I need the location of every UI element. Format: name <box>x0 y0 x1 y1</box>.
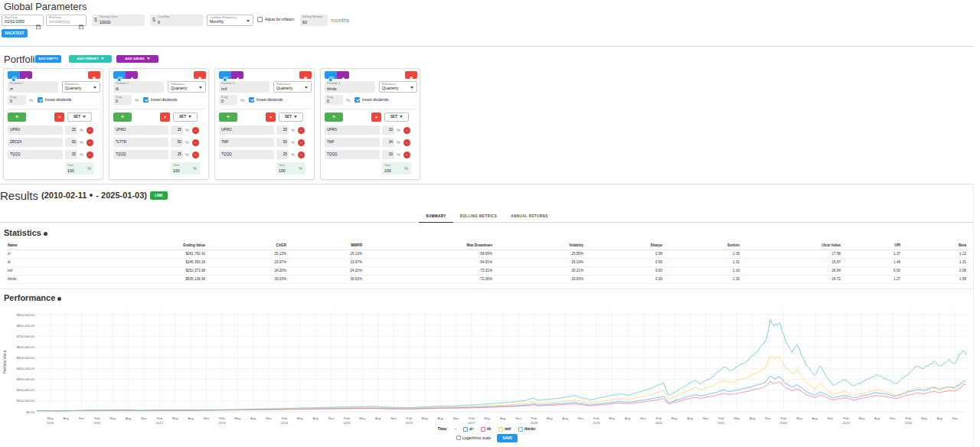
start-date-field[interactable]: Start Date 01/01/1950 <box>2 15 44 26</box>
remove-holding-button[interactable]: − <box>87 152 93 158</box>
set-weights-dropdown[interactable]: SET <box>173 113 198 122</box>
remove-holding-button[interactable]: − <box>298 139 305 146</box>
save-portfolio-button[interactable] <box>337 71 349 79</box>
remove-holding-button[interactable]: − <box>403 139 410 146</box>
delete-portfolio-button[interactable] <box>88 71 100 79</box>
save-button[interactable]: SAVE <box>497 434 518 442</box>
series-toggle-thirds[interactable]: thirds: <box>518 427 536 432</box>
save-portfolio-button[interactable] <box>231 71 243 79</box>
ticker-input[interactable]: UPRO <box>219 126 274 135</box>
drag-field[interactable]: Drag0 <box>8 95 26 105</box>
series-checkbox-thirds[interactable] <box>518 427 523 432</box>
end-date-field[interactable]: End Date mm/dd/yyyy <box>46 15 87 26</box>
ticker-input[interactable]: TMF <box>325 138 380 147</box>
remove-holding-button[interactable]: − <box>298 152 305 158</box>
copy-portfolio-button[interactable] <box>8 71 20 79</box>
remove-holding-button[interactable]: − <box>87 139 93 146</box>
calendar-icon[interactable] <box>36 18 41 23</box>
ticker-input[interactable]: TLTTR <box>113 138 168 147</box>
performance-chart[interactable]: May2010AugNovFeb2011MayAugNovFeb2012MayA… <box>0 0 980 447</box>
save-portfolio-button[interactable] <box>126 71 138 79</box>
add-empty-button[interactable]: ADD EMPTY <box>35 55 61 63</box>
ticker-input[interactable]: ZROZX <box>8 138 63 147</box>
remove-holding-button[interactable]: − <box>403 152 410 158</box>
weight-input[interactable]: 25 <box>276 126 289 135</box>
add-holding-button[interactable]: + <box>219 113 237 122</box>
ticker-input[interactable]: UPRO <box>113 126 168 135</box>
weight-input[interactable]: 25 <box>65 150 77 159</box>
tab-summary[interactable]: SUMMARY <box>419 211 452 223</box>
remove-holding-button[interactable]: − <box>298 127 305 134</box>
set-weights-dropdown[interactable]: SET <box>67 113 92 122</box>
cashflow-frequency-select[interactable]: Cashflow Frequency Monthly <box>207 15 253 26</box>
delete-portfolio-button[interactable] <box>194 71 206 79</box>
delete-portfolio-button[interactable] <box>299 71 312 79</box>
series-checkbox-tmf[interactable] <box>498 427 503 432</box>
tab-annual-returns[interactable]: ANNUAL RETURNS <box>504 211 554 222</box>
copy-portfolio-button[interactable] <box>113 71 126 79</box>
add-holding-button[interactable]: + <box>8 113 26 122</box>
drag-field[interactable]: Drag0 <box>325 95 343 105</box>
ticker-input[interactable]: TQQQ <box>325 150 380 159</box>
remove-holding-button[interactable]: − <box>192 139 199 146</box>
weight-input[interactable]: 25 <box>65 126 77 135</box>
copy-portfolio-button[interactable] <box>219 71 231 79</box>
remove-holding-button[interactable]: − <box>403 127 410 134</box>
log-scale-checkbox[interactable] <box>456 436 461 440</box>
invest-dividends-checkbox[interactable] <box>38 97 43 103</box>
weight-input[interactable]: 34 <box>382 138 394 147</box>
rebalance-select[interactable]: RebalanceQuarterly <box>273 81 312 93</box>
weight-input[interactable]: 25 <box>171 150 183 159</box>
add-holding-button[interactable]: + <box>113 113 132 122</box>
ticker-input[interactable]: UPRO <box>8 126 63 135</box>
weight-input[interactable]: 50 <box>276 138 289 147</box>
cashflow-field[interactable]: $ Cashflow 0 <box>150 15 203 26</box>
rolling-window-field[interactable]: Rolling Window 60 <box>300 15 328 26</box>
ticker-input[interactable]: TQQQ <box>219 150 274 159</box>
portfolio-name-field[interactable]: Portfolio 4thirds <box>325 81 375 93</box>
clear-holdings-button[interactable]: × <box>266 113 276 122</box>
weight-input[interactable]: 50 <box>171 138 183 147</box>
delete-portfolio-button[interactable] <box>405 71 417 79</box>
add-preset-button[interactable]: ADD PRESET <box>69 55 112 63</box>
clear-holdings-button[interactable]: × <box>160 113 170 122</box>
series-toggle-zr[interactable]: zr: <box>463 427 474 432</box>
series-toggle-tmf[interactable]: tmf: <box>498 427 511 432</box>
invest-dividends-checkbox[interactable] <box>143 97 149 103</box>
tab-rolling-metrics[interactable]: ROLLING METRICS <box>453 211 505 222</box>
portfolio-name-field[interactable]: Portfolio 1zr <box>8 81 58 93</box>
info-icon[interactable] <box>90 194 93 197</box>
clear-holdings-button[interactable]: × <box>371 113 381 122</box>
link-button[interactable]: LINK <box>150 191 168 200</box>
portfolio-name-field[interactable]: Portfolio 2tlt <box>113 81 164 93</box>
series-checkbox-tlt[interactable] <box>481 427 485 432</box>
adjust-for-inflation-checkbox[interactable] <box>257 17 263 22</box>
series-toggle-tlt[interactable]: tlt: <box>481 427 492 432</box>
ticker-input[interactable]: TQQQ <box>113 150 168 159</box>
clear-holdings-button[interactable]: × <box>54 113 64 122</box>
calendar-icon[interactable] <box>79 18 83 23</box>
remove-holding-button[interactable]: − <box>192 127 199 134</box>
invest-dividends-checkbox[interactable] <box>354 97 360 103</box>
weight-input[interactable]: 50 <box>65 138 77 147</box>
invest-dividends-checkbox[interactable] <box>249 97 254 103</box>
set-weights-dropdown[interactable]: SET <box>279 113 303 122</box>
copy-portfolio-button[interactable] <box>325 71 337 79</box>
weight-input[interactable]: 25 <box>276 150 289 159</box>
drag-field[interactable]: Drag0 <box>113 95 132 105</box>
starting-value-field[interactable]: $ Starting Value 10000 <box>92 15 145 26</box>
series-checkbox-zr[interactable] <box>463 427 468 432</box>
portfolio-name-field[interactable]: Portfolio 3tmf <box>219 81 270 93</box>
add-holding-button[interactable]: + <box>325 113 343 122</box>
rebalance-select[interactable]: RebalanceQuarterly <box>379 81 417 93</box>
weight-input[interactable]: 33 <box>382 150 394 159</box>
add-saved-button[interactable]: ADD SAVED <box>116 55 158 63</box>
remove-holding-button[interactable]: − <box>192 152 199 158</box>
weight-input[interactable]: 25 <box>171 126 183 135</box>
log-scale-toggle[interactable]: Logarithmic scale <box>456 436 491 440</box>
ticker-input[interactable]: UPRO <box>325 126 380 135</box>
ticker-input[interactable]: TQQQ <box>8 150 63 159</box>
drag-field[interactable]: Drag0 <box>219 95 237 105</box>
rebalance-select[interactable]: RebalanceQuarterly <box>62 81 100 93</box>
ticker-input[interactable]: TMF <box>219 138 274 147</box>
